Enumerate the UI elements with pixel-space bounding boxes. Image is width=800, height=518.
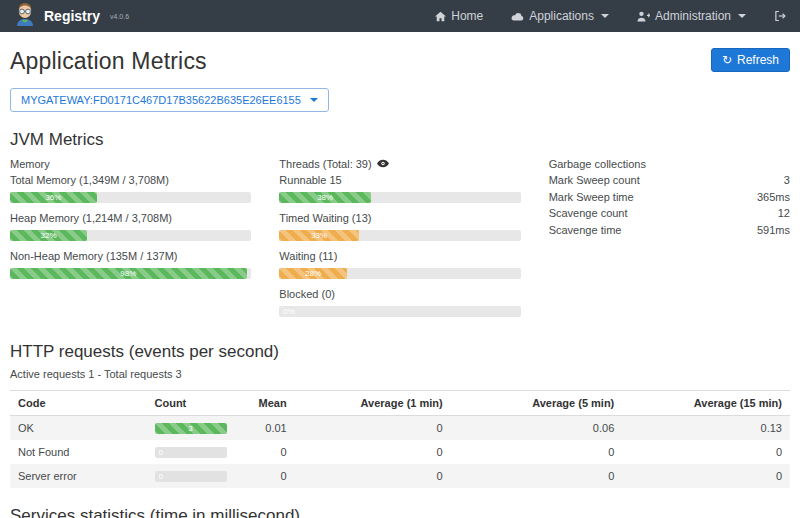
- blocked-progressbar: 0%: [279, 306, 520, 317]
- cloud-icon: [511, 11, 524, 22]
- navbar-menu: Home Applications Administration: [435, 9, 786, 23]
- gc-row: Mark Sweep count3: [549, 172, 790, 189]
- table-row: Server error 0 0 0 0 0: [10, 464, 790, 488]
- runnable-label: Runnable 15: [279, 172, 520, 188]
- count-progressbar: 0: [155, 447, 227, 458]
- memory-column: Memory Total Memory (1,349M / 3,708M) 36…: [10, 156, 251, 324]
- table-row: Not Found 0 0 0 0 0: [10, 440, 790, 464]
- brand[interactable]: Registry v4.0.6: [14, 2, 129, 30]
- eye-icon[interactable]: [377, 156, 389, 172]
- gc-row: Scavenge time591ms: [549, 222, 790, 239]
- col-avg1: Average (1 min): [295, 391, 451, 416]
- count-progressbar: 3: [155, 423, 227, 434]
- runnable-progressbar: 38%: [279, 192, 520, 203]
- gc-row: Mark Sweep time365ms: [549, 189, 790, 206]
- brand-version: v4.0.6: [110, 13, 129, 20]
- refresh-button[interactable]: ↻ Refresh: [711, 48, 790, 72]
- col-count: Count: [147, 391, 229, 416]
- gc-title: Garbage collections: [549, 156, 790, 172]
- total-memory-label: Total Memory (1,349M / 3,708M): [10, 172, 251, 188]
- heap-memory-label: Heap Memory (1,214M / 3,708M): [10, 210, 251, 226]
- chevron-down-icon: [738, 14, 746, 18]
- http-requests-heading: HTTP requests (events per second): [10, 342, 790, 362]
- col-avg15: Average (15 min): [622, 391, 790, 416]
- waiting-progressbar: 28%: [279, 268, 520, 279]
- nonheap-memory-progressbar: 98%: [10, 268, 251, 279]
- refresh-icon: ↻: [722, 54, 732, 66]
- nav-home-label: Home: [451, 9, 483, 23]
- chevron-down-icon: [310, 98, 318, 102]
- timed-waiting-progressbar: 33%: [279, 230, 520, 241]
- main-content: Application Metrics ↻ Refresh MYGATEWAY:…: [0, 48, 800, 518]
- count-progressbar: 0: [155, 471, 227, 482]
- http-requests-table: Code Count Mean Average (1 min) Average …: [10, 390, 790, 488]
- garbage-collections-column: Garbage collections Mark Sweep count3 Ma…: [549, 156, 790, 324]
- instance-selector-label: MYGATEWAY:FD0171C467D17B35622B635E26EE61…: [21, 94, 301, 106]
- gc-row: Scavenge count12: [549, 205, 790, 222]
- navbar: Registry v4.0.6 Home Applications: [0, 0, 800, 32]
- threads-title: Threads (Total: 39): [279, 156, 371, 172]
- instance-selector-dropdown[interactable]: MYGATEWAY:FD0171C467D17B35622B635E26EE61…: [10, 88, 329, 112]
- nonheap-memory-label: Non-Heap Memory (135M / 137M): [10, 248, 251, 264]
- brand-name: Registry: [44, 8, 100, 24]
- jvm-metrics-heading: JVM Metrics: [10, 130, 790, 150]
- nav-administration-label: Administration: [655, 9, 731, 23]
- threads-column: Threads (Total: 39) Runnable 15 38% Time…: [279, 156, 520, 324]
- col-avg5: Average (5 min): [451, 391, 623, 416]
- waiting-label: Waiting (11): [279, 248, 520, 264]
- jvm-metrics-grid: Memory Total Memory (1,349M / 3,708M) 36…: [10, 156, 790, 324]
- user-plus-icon: [637, 11, 650, 22]
- total-memory-progressbar: 36%: [10, 192, 251, 203]
- sign-out-icon: [774, 10, 786, 22]
- timed-waiting-label: Timed Waiting (13): [279, 210, 520, 226]
- page-title: Application Metrics: [10, 48, 207, 75]
- col-mean: Mean: [228, 391, 294, 416]
- nav-administration[interactable]: Administration: [637, 9, 746, 23]
- memory-title: Memory: [10, 156, 251, 172]
- col-code: Code: [10, 391, 147, 416]
- services-statistics-heading: Services statistics (time in millisecond…: [10, 506, 790, 518]
- jhipster-avatar-logo: [14, 2, 36, 30]
- nav-applications-label: Applications: [529, 9, 594, 23]
- sign-out-button[interactable]: [774, 10, 786, 22]
- heap-memory-progressbar: 32%: [10, 230, 251, 241]
- refresh-label: Refresh: [737, 53, 779, 67]
- http-requests-subtitle: Active requests 1 - Total requests 3: [10, 368, 790, 380]
- nav-applications[interactable]: Applications: [511, 9, 609, 23]
- nav-home[interactable]: Home: [435, 9, 483, 23]
- table-row: OK 3 0.01 0 0.06 0.13: [10, 416, 790, 441]
- blocked-label: Blocked (0): [279, 286, 520, 302]
- chevron-down-icon: [601, 14, 609, 18]
- home-icon: [435, 11, 446, 22]
